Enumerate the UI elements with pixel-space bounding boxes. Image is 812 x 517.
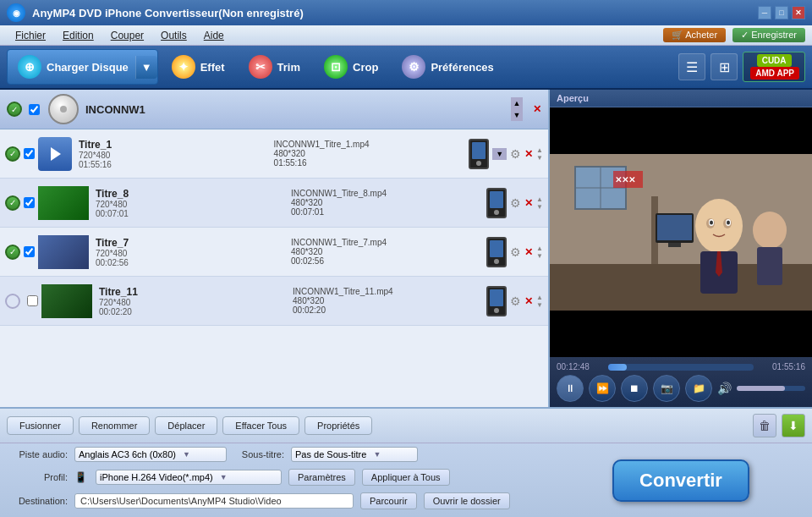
- scroll-down-btn[interactable]: ▼: [511, 109, 523, 121]
- load-disk-dropdown[interactable]: ▼: [135, 56, 157, 79]
- snapshot-button[interactable]: 📷: [653, 375, 680, 402]
- pause-button[interactable]: ⏸: [557, 375, 584, 402]
- row2-title: Titre_8: [96, 188, 291, 200]
- row1-info: Titre_1 720*480 01:55:16: [79, 139, 274, 169]
- forward-button[interactable]: ⏩: [589, 375, 616, 402]
- open-folder-button[interactable]: Ouvrir le dossier: [424, 492, 510, 509]
- menu-outils[interactable]: Outils: [152, 28, 195, 43]
- svg-point-16: [727, 221, 730, 225]
- row2-output: INCONNW1_Titre_8.mp4 480*320 00:07:01: [291, 189, 486, 217]
- row4-output-duration: 00:02:20: [293, 305, 486, 315]
- volume-fill: [737, 386, 785, 391]
- row1-reorder[interactable]: ▲▼: [536, 146, 543, 162]
- buy-button[interactable]: 🛒 Acheter: [663, 28, 726, 42]
- row1-settings-icon[interactable]: ⚙: [510, 147, 521, 161]
- volume-bar[interactable]: [737, 386, 805, 391]
- row1-remove-icon[interactable]: ✕: [524, 148, 533, 160]
- row3-title: Titre_7: [96, 237, 291, 249]
- row4-thumb: [41, 284, 92, 318]
- form-right: Convertir: [550, 443, 812, 517]
- row1-check[interactable]: ✓: [5, 146, 20, 162]
- menu-fichier[interactable]: Fichier: [7, 28, 54, 43]
- crop-button[interactable]: ⊡ Crop: [314, 50, 388, 84]
- download-icon-button[interactable]: ⬇: [782, 414, 805, 437]
- list-view-button[interactable]: ☰: [678, 53, 705, 80]
- svg-point-18: [753, 212, 787, 249]
- row3-remove-icon[interactable]: ✕: [524, 246, 533, 258]
- menu-aide[interactable]: Aide: [195, 28, 233, 43]
- folder-button[interactable]: 📁: [685, 375, 712, 402]
- crop-icon: ⊡: [324, 55, 348, 79]
- row3-dims: 720*480: [96, 249, 291, 258]
- trim-label: Trim: [277, 61, 300, 74]
- effect-button[interactable]: ✦ Effet: [162, 50, 235, 84]
- menu-edition[interactable]: Edition: [54, 28, 102, 43]
- trim-button[interactable]: ✂ Trim: [239, 50, 310, 84]
- row4-settings-icon[interactable]: ⚙: [510, 294, 521, 308]
- minimize-button[interactable]: ─: [758, 6, 771, 19]
- row2-dims: 720*480: [96, 200, 291, 209]
- grid-view-button[interactable]: ⊞: [710, 53, 738, 80]
- effect-label: Effet: [200, 61, 225, 74]
- browse-button[interactable]: Parcourir: [360, 492, 417, 509]
- preferences-button[interactable]: ⚙ Préférences: [392, 50, 503, 84]
- group-checkbox[interactable]: [29, 104, 40, 115]
- dest-row: Destination: Parcourir Ouvrir le dossier: [0, 489, 550, 513]
- row4-checkbox[interactable]: [27, 295, 38, 306]
- audio-label: Piste audio:: [8, 449, 68, 459]
- convert-button[interactable]: Convertir: [612, 459, 749, 502]
- row4-check-empty[interactable]: [5, 294, 20, 309]
- load-disk-button[interactable]: ⊕ Charger Disque ▼: [7, 49, 158, 85]
- progress-bar[interactable]: [608, 364, 754, 371]
- stop-button[interactable]: ⏹: [621, 375, 648, 402]
- window-controls: ─ □ ✕: [758, 6, 805, 19]
- row3-settings-icon[interactable]: ⚙: [510, 245, 521, 259]
- profile-select[interactable]: iPhone H.264 Video(*.mp4) ▼: [96, 470, 282, 485]
- move-button[interactable]: Déplacer: [155, 416, 217, 435]
- menu-couper[interactable]: Couper: [102, 28, 152, 43]
- group-title: INCONNW1: [85, 103, 504, 116]
- scroll-up-btn[interactable]: ▲: [511, 97, 523, 109]
- toolbar: ⊕ Charger Disque ▼ ✦ Effet ✂ Trim ⊡ Crop…: [0, 46, 812, 90]
- dest-input[interactable]: [74, 493, 354, 509]
- row2-check[interactable]: ✓: [5, 195, 20, 211]
- row2-settings-icon[interactable]: ⚙: [510, 196, 521, 210]
- row3-checkbox[interactable]: [24, 246, 35, 257]
- apply-all-button[interactable]: Appliquer à Tous: [362, 469, 450, 486]
- rename-button[interactable]: Renommer: [79, 416, 150, 435]
- row1-checkbox[interactable]: [24, 148, 35, 159]
- delete-icon-button[interactable]: 🗑: [753, 414, 776, 437]
- audio-select[interactable]: Anglais AC3 6ch (0x80) ▼: [74, 447, 227, 462]
- group-check[interactable]: ✓: [7, 102, 22, 117]
- params-button[interactable]: Paramètres: [288, 469, 355, 486]
- delete-button[interactable]: Effacer Tous: [222, 416, 299, 435]
- row2-output-duration: 00:07:01: [291, 207, 486, 217]
- row1-output-dims: 480*320: [274, 149, 469, 158]
- menu-right: 🛒 Acheter ✓ Enregistrer: [663, 28, 805, 42]
- row1-play[interactable]: [38, 137, 72, 171]
- row1-format-dropdown[interactable]: ▼: [492, 148, 507, 160]
- maximize-button[interactable]: □: [775, 6, 788, 19]
- row1-output: INCONNW1_Titre_1.mp4 480*320 01:55:16: [274, 140, 469, 168]
- row2-remove-icon[interactable]: ✕: [524, 197, 533, 209]
- merge-button[interactable]: Fusionner: [7, 416, 74, 435]
- svg-text:✕✕✕: ✕✕✕: [615, 175, 635, 184]
- svg-rect-19: [757, 247, 782, 285]
- register-button[interactable]: ✓ Enregistrer: [732, 28, 805, 42]
- row3-reorder[interactable]: ▲▼: [536, 245, 543, 260]
- row2-checkbox[interactable]: [24, 197, 35, 208]
- close-button[interactable]: ✕: [792, 6, 805, 19]
- subtitle-select[interactable]: Pas de Sous-titre ▼: [291, 447, 418, 462]
- props-button[interactable]: Propriétés: [304, 416, 372, 435]
- row3-duration: 00:02:56: [96, 258, 291, 267]
- row1-dims: 720*480: [79, 151, 274, 160]
- app-logo: ◉: [7, 3, 25, 22]
- row3-actions: ⚙ ✕ ▲▼: [486, 237, 543, 267]
- group-close[interactable]: ✕: [533, 103, 541, 115]
- current-time: 00:12:48: [557, 362, 603, 371]
- row4-reorder[interactable]: ▲▼: [536, 294, 543, 309]
- row3-check[interactable]: ✓: [5, 245, 20, 260]
- row4-remove-icon[interactable]: ✕: [524, 295, 533, 307]
- row2-reorder[interactable]: ▲▼: [536, 195, 543, 211]
- preview-video: ✕✕✕: [550, 107, 812, 357]
